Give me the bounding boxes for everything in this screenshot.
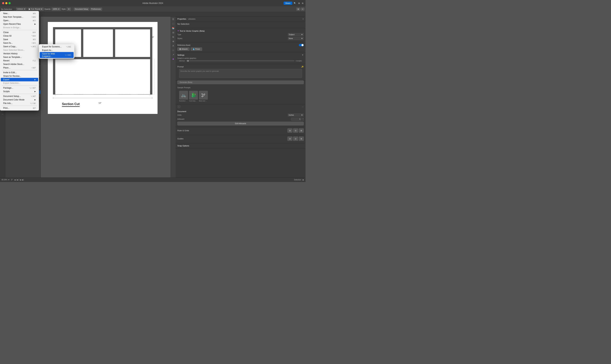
- submenu-save-web-shortcut: ⌥⇧⌘S: [65, 54, 71, 56]
- menu-open[interactable]: Open... ⌘O: [1, 19, 38, 22]
- menu-save-template[interactable]: Save as Template...: [1, 55, 38, 59]
- menu-save-slices: Save Selected Slices...: [1, 48, 38, 52]
- menu-overlay[interactable]: New... ⌘N New from Template... ⇧⌘N Open.…: [0, 0, 306, 182]
- menu-version-history[interactable]: Version History: [1, 52, 38, 55]
- menu-revert[interactable]: Revert F12: [1, 59, 38, 63]
- menu-sep-5: [2, 105, 37, 106]
- menu-invite-label: Invite to Edit...: [3, 71, 17, 74]
- submenu-save-web-label: Save for Web (Legacy)...: [42, 52, 65, 57]
- menu-place-shortcut: ⇧⌘P: [31, 67, 36, 69]
- menu-sep-3: [2, 85, 37, 86]
- submenu-export-as[interactable]: Export As...: [40, 49, 74, 52]
- menu-save-shortcut: ⌘S: [33, 39, 36, 40]
- menu-save-slices-label: Save Selected Slices...: [3, 49, 25, 51]
- menu-scripts[interactable]: Scripts: [1, 90, 38, 93]
- menu-package-label: Package...: [3, 87, 13, 89]
- menu-new-template-shortcut: ⇧⌘N: [31, 16, 36, 18]
- menu-save-copy-label: Save a Copy...: [3, 45, 17, 48]
- menu-close-label: Close: [3, 31, 9, 34]
- menu-place-label: Place...: [3, 66, 10, 69]
- export-submenu: Export for Screens... ⌥⌘E Export As... S…: [39, 44, 74, 59]
- menu-sep-4: [2, 94, 37, 94]
- menu-save-copy-shortcut: ⌥⌘S: [31, 46, 36, 48]
- submenu-save-web[interactable]: Save for Web (Legacy)... ⌥⇧⌘S: [40, 52, 74, 58]
- menu-close-all-shortcut: ⌃⌘W: [31, 35, 36, 37]
- menu-revert-shortcut: F12: [33, 60, 36, 62]
- menu-new-label: New...: [3, 12, 9, 15]
- menu-save[interactable]: Save ⌘S: [1, 38, 38, 41]
- menu-new[interactable]: New... ⌘N: [1, 12, 38, 15]
- submenu-export-screens-label: Export for Screens...: [42, 45, 61, 48]
- menu-package[interactable]: Package... ⌥⇧⌘P: [1, 86, 38, 90]
- menu-export-selection-label: Export Selection...: [3, 82, 20, 84]
- menu-share-review-label: Share for Review...: [3, 75, 21, 77]
- menu-export[interactable]: Export: [1, 78, 38, 81]
- menu-search-stock[interactable]: Search Adobe Stock...: [1, 63, 38, 66]
- file-menu: New... ⌘N New from Template... ⇧⌘N Open.…: [0, 11, 39, 111]
- menu-new-template-label: New from Template...: [3, 16, 23, 18]
- menu-share-review[interactable]: Share for Review...: [1, 74, 38, 78]
- menu-container: New... ⌘N New from Template... ⇧⌘N Open.…: [0, 11, 39, 111]
- menu-revert-label: Revert: [3, 59, 9, 62]
- menu-file-info-label: File Info...: [3, 102, 13, 104]
- menu-browse-bridge: Browse in Bridge...: [1, 26, 38, 29]
- menu-new-template[interactable]: New from Template... ⇧⌘N: [1, 15, 38, 19]
- menu-document-setup-label: Document Setup...: [3, 95, 21, 97]
- menu-close-all[interactable]: Close All ⌃⌘W: [1, 34, 38, 38]
- menu-export-label: Export: [3, 78, 9, 81]
- menu-export-selection: Export Selection...: [1, 81, 38, 85]
- menu-save-label: Save: [3, 38, 8, 41]
- menu-close-shortcut: ⌘W: [32, 31, 36, 33]
- menu-color-mode-label: Document Color Mode: [3, 99, 25, 101]
- submenu-export-as-label: Export As...: [42, 49, 53, 52]
- menu-file-info-shortcut: ⌥⇧⌘I: [30, 103, 36, 104]
- menu-document-setup[interactable]: Document Setup... ⌥⌘P: [1, 94, 38, 98]
- menu-sep-1: [2, 30, 37, 30]
- menu-invite[interactable]: Invite to Edit...: [1, 71, 38, 74]
- menu-open-recent[interactable]: Open Recent Files: [1, 22, 38, 26]
- menu-search-stock-label: Search Adobe Stock...: [3, 63, 24, 65]
- menu-color-mode[interactable]: Document Color Mode: [1, 98, 38, 102]
- menu-new-shortcut: ⌘N: [33, 13, 36, 14]
- menu-open-label: Open...: [3, 19, 10, 22]
- submenu-export-screens[interactable]: Export for Screens... ⌥⌘E: [40, 45, 74, 49]
- menu-version-history-label: Version History: [3, 52, 17, 55]
- menu-close[interactable]: Close ⌘W: [1, 31, 38, 34]
- menu-document-setup-shortcut: ⌥⌘P: [31, 95, 36, 97]
- menu-file-info[interactable]: File Info... ⌥⇧⌘I: [1, 102, 38, 105]
- menu-save-as[interactable]: Save As... ⇧⌘S: [1, 41, 38, 45]
- menu-print-label: Print...: [3, 107, 9, 109]
- menu-save-copy[interactable]: Save a Copy... ⌥⌘S: [1, 45, 38, 48]
- submenu-export-screens-shortcut: ⌥⌘E: [66, 46, 71, 48]
- menu-browse-bridge-label: Browse in Bridge...: [3, 26, 21, 29]
- menu-open-recent-label: Open Recent Files: [3, 23, 21, 25]
- menu-print[interactable]: Print... ⌘P: [1, 106, 38, 110]
- menu-close-all-label: Close All: [3, 35, 12, 37]
- menu-save-as-label: Save As...: [3, 42, 13, 44]
- menu-place[interactable]: Place... ⇧⌘P: [1, 66, 38, 69]
- menu-scripts-label: Scripts: [3, 90, 10, 93]
- menu-package-shortcut: ⌥⇧⌘P: [29, 87, 36, 89]
- menu-print-shortcut: ⌘P: [33, 107, 36, 109]
- menu-open-shortcut: ⌘O: [33, 20, 36, 22]
- menu-save-template-label: Save as Template...: [3, 56, 22, 58]
- menu-save-as-shortcut: ⇧⌘S: [31, 42, 36, 44]
